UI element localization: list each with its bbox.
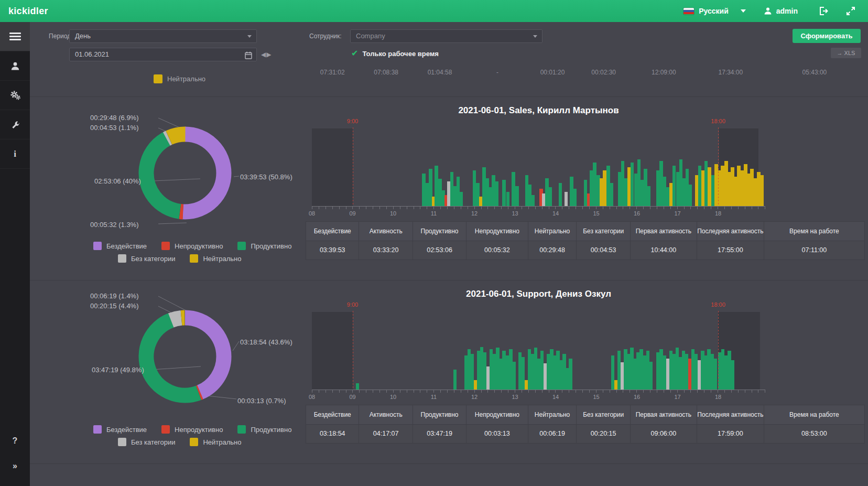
table-cell: Последняя активность bbox=[697, 405, 764, 425]
axis-hour-label: 11 bbox=[431, 210, 437, 217]
table-cell: Активность bbox=[359, 221, 413, 241]
app-header: kickidler Русский admin bbox=[0, 0, 868, 22]
person-icon bbox=[10, 61, 20, 71]
report-section: 00:06:19 (1.4%)00:20:15 (4.4%)03:47:19 (… bbox=[30, 280, 868, 464]
table-header-row: БездействиеАктивностьПродуктивноНепродук… bbox=[306, 221, 865, 241]
axis-hour-label: 09 bbox=[349, 210, 355, 217]
table-cell: Время на работе bbox=[764, 405, 865, 425]
donut-slice-label: 00:20:15 (4.4%) bbox=[90, 302, 139, 310]
work-hours-marker-label: 18:00 bbox=[711, 301, 725, 308]
table-cell: 00:03:13 bbox=[466, 425, 528, 444]
donut-slice-label: 02:53:06 (40%) bbox=[94, 177, 141, 185]
legend-item: Непродуктивно bbox=[161, 242, 223, 250]
sidebar-item-tools[interactable] bbox=[0, 110, 30, 139]
table-cell: 03:18:54 bbox=[306, 425, 359, 444]
info-icon: i bbox=[14, 149, 16, 159]
donut-slice-label: 00:05:32 (1.3%) bbox=[90, 221, 139, 229]
username-label: admin bbox=[776, 7, 798, 15]
donut-pane: 00:29:48 (6.9%)00:04:53 (1.1%)02:53:06 (… bbox=[79, 97, 304, 280]
axis-hour-label: 12 bbox=[471, 394, 478, 400]
axis-hour-label: 17 bbox=[674, 210, 680, 217]
sidebar: i ? » bbox=[0, 22, 30, 486]
legend-item: Нейтрально bbox=[190, 438, 241, 446]
work-hours-marker-label: 18:00 bbox=[711, 118, 725, 124]
legend-item: Продуктивно bbox=[237, 425, 291, 434]
legend-item: Нейтрально bbox=[190, 254, 241, 263]
donut-slice-label: 00:04:53 (1.1%) bbox=[90, 124, 139, 132]
table-cell: 00:02:30 bbox=[577, 66, 630, 79]
donut-slice-label: 03:39:53 (50.8%) bbox=[240, 173, 292, 181]
chevron-down-icon bbox=[741, 9, 746, 13]
table-cell: Нейтрально bbox=[528, 405, 577, 425]
user-menu[interactable]: admin bbox=[764, 7, 798, 15]
summary-table: БездействиеАктивностьПродуктивноНепродук… bbox=[306, 221, 865, 260]
legend-item: Без категории bbox=[118, 438, 175, 446]
table-cell: Бездействие bbox=[306, 405, 359, 425]
axis-hour-label: 18 bbox=[715, 394, 721, 400]
work-hours-marker-label: 9:00 bbox=[347, 118, 358, 124]
logout-button[interactable] bbox=[817, 4, 830, 18]
axis-hour-label: 16 bbox=[634, 394, 640, 400]
logo[interactable]: kickidler bbox=[0, 6, 63, 17]
table-cell: - bbox=[466, 66, 528, 79]
legend-item-neutral: Нейтрально bbox=[154, 74, 205, 83]
work-hours-marker-line bbox=[718, 311, 719, 390]
table-cell: 02:53:06 bbox=[413, 241, 466, 260]
legend-item: Продуктивно bbox=[237, 242, 291, 250]
language-selector[interactable]: Русский bbox=[683, 7, 746, 15]
table-cell: Бездействие bbox=[306, 221, 359, 241]
axis-hour-label: 11 bbox=[431, 394, 437, 400]
table-cell: 07:11:00 bbox=[764, 241, 865, 260]
axis-hour-label: 08 bbox=[309, 394, 315, 400]
axis-hour-label: 09 bbox=[349, 394, 355, 400]
donut-slice-label: 00:03:13 (0.7%) bbox=[237, 397, 286, 405]
non-working-time-block bbox=[312, 312, 353, 390]
language-label: Русский bbox=[699, 7, 729, 15]
table-cell: Продуктивно bbox=[413, 405, 466, 425]
table-cell: 09:06:00 bbox=[631, 425, 697, 444]
axis-hour-label: 08 bbox=[309, 210, 315, 217]
axis-hour-label: 15 bbox=[593, 394, 599, 400]
donut-pane: 00:06:19 (1.4%)00:20:15 (4.4%)03:47:19 (… bbox=[79, 280, 304, 464]
sidebar-item-reports[interactable] bbox=[0, 22, 30, 51]
table-cell: Без категории bbox=[577, 405, 630, 425]
sidebar-item-info[interactable]: i bbox=[0, 139, 30, 169]
table-cell: Непродуктивно bbox=[466, 405, 528, 425]
table-cell: 00:06:19 bbox=[528, 425, 577, 444]
activity-donut-chart bbox=[131, 303, 239, 411]
russian-flag-icon bbox=[683, 8, 694, 15]
timeline-axis: 0809101112131415161718 bbox=[312, 206, 765, 217]
donut-slice-label: 03:18:54 (43.6%) bbox=[240, 338, 292, 346]
table-cell: 01:04:58 bbox=[413, 66, 466, 79]
non-working-time-block bbox=[312, 128, 353, 206]
collapse-sidebar-button[interactable]: » bbox=[0, 453, 30, 479]
table-cell: 00:05:32 bbox=[466, 241, 528, 260]
axis-hour-label: 12 bbox=[471, 210, 478, 217]
work-hours-marker-label: 9:00 bbox=[347, 301, 358, 308]
sidebar-item-employees[interactable] bbox=[0, 51, 30, 81]
table-cell: 10:44:00 bbox=[631, 241, 697, 260]
table-cell: Непродуктивно bbox=[466, 221, 528, 241]
fullscreen-button[interactable] bbox=[844, 4, 858, 18]
report-title: 2021-06-01, Support, Дениз Озкул bbox=[312, 280, 765, 300]
table-cell: Последняя активность bbox=[697, 221, 764, 241]
legend-item: Непродуктивно bbox=[161, 425, 223, 434]
previous-report-values-row: 07:31:0207:08:3801:04:58-00:01:2000:02:3… bbox=[306, 66, 865, 79]
chart-legend: БездействиеНепродуктивноПродуктивноБез к… bbox=[93, 425, 291, 450]
table-cell: Время на работе bbox=[764, 221, 865, 241]
work-hours-marker-line bbox=[353, 311, 353, 390]
table-cell: 00:04:53 bbox=[577, 241, 630, 260]
legend-item: Бездействие bbox=[93, 242, 147, 250]
table-cell: 17:59:00 bbox=[697, 425, 764, 444]
summary-table: БездействиеАктивностьПродуктивноНепродук… bbox=[306, 405, 865, 444]
axis-hour-label: 14 bbox=[552, 394, 559, 400]
table-cell: 03:47:19 bbox=[413, 425, 466, 444]
expand-icon bbox=[846, 6, 855, 16]
table-cell: Первая активность bbox=[631, 221, 697, 241]
table-cell: Нейтрально bbox=[528, 221, 577, 241]
table-cell: Без категории bbox=[577, 221, 630, 241]
axis-hour-label: 14 bbox=[552, 210, 559, 217]
sidebar-item-settings[interactable] bbox=[0, 81, 30, 110]
help-button[interactable]: ? bbox=[0, 428, 30, 453]
report-section: 00:29:48 (6.9%)00:04:53 (1.1%)02:53:06 (… bbox=[30, 97, 868, 280]
